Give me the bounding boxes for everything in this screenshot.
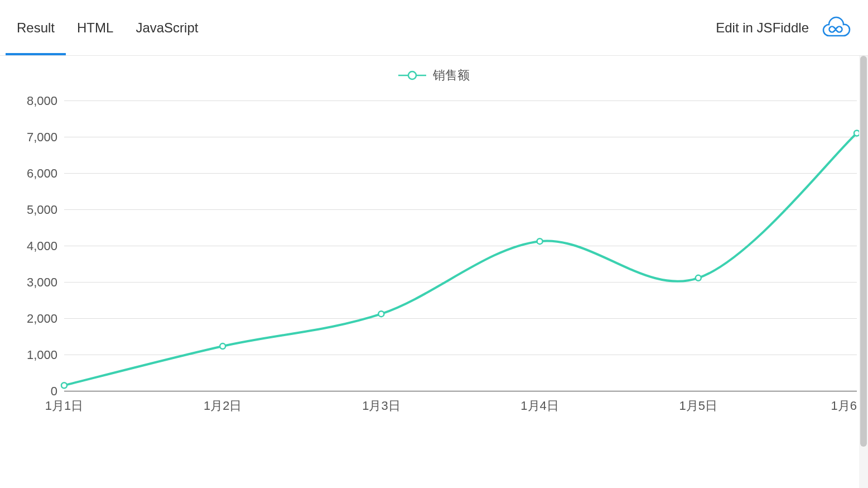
chart-container: 销售额 01,0002,0003,0004,0005,0006,0007,000… — [0, 56, 868, 488]
y-tick-label: 2,000 — [27, 312, 64, 326]
tab-html[interactable]: HTML — [66, 0, 124, 55]
y-tick-label: 6,000 — [27, 166, 64, 181]
header: Result HTML JavaScript Edit in JSFiddle — [0, 0, 868, 56]
y-tick-label: 3,000 — [27, 275, 64, 290]
chart-legend[interactable]: 销售额 — [0, 67, 868, 84]
legend-label: 销售额 — [433, 67, 470, 84]
gridline: 0 — [64, 391, 857, 391]
data-point[interactable] — [220, 343, 225, 349]
data-point[interactable] — [696, 275, 701, 281]
y-tick-label: 5,000 — [27, 203, 64, 217]
x-tick-label: 1月5日 — [679, 398, 717, 414]
x-tick-label: 1月1日 — [45, 398, 83, 414]
plot-area[interactable]: 01,0002,0003,0004,0005,0006,0007,0008,00… — [64, 101, 857, 391]
scrollbar-thumb[interactable] — [860, 56, 867, 447]
tabs: Result HTML JavaScript — [6, 0, 209, 55]
series-line — [64, 133, 857, 386]
y-tick-label: 4,000 — [27, 239, 64, 253]
tab-result[interactable]: Result — [6, 0, 66, 55]
svg-point-1 — [408, 71, 416, 79]
x-tick-label: 1月6 — [831, 398, 857, 414]
header-right: Edit in JSFiddle — [716, 13, 851, 42]
y-tick-label: 7,000 — [27, 130, 64, 145]
data-point[interactable] — [378, 311, 384, 317]
vertical-scrollbar[interactable] — [859, 56, 868, 488]
legend-marker-icon — [398, 70, 426, 81]
x-tick-label: 1月2日 — [204, 398, 242, 414]
x-tick-label: 1月4日 — [520, 398, 558, 414]
edit-in-jsfiddle-link[interactable]: Edit in JSFiddle — [716, 20, 809, 36]
jsfiddle-logo-icon[interactable] — [818, 13, 851, 42]
chart-line — [64, 101, 857, 391]
data-point[interactable] — [61, 382, 67, 388]
tab-javascript[interactable]: JavaScript — [124, 0, 209, 55]
data-point[interactable] — [537, 238, 543, 244]
y-tick-label: 1,000 — [27, 348, 64, 362]
x-tick-label: 1月3日 — [362, 398, 400, 414]
y-tick-label: 8,000 — [27, 94, 64, 108]
